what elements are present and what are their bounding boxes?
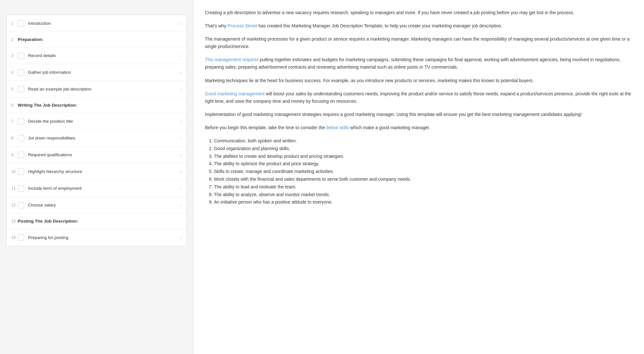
list-item-6: Work closely with the financial and sale… — [214, 176, 632, 183]
checklist: 1 Introduction › 2 Preparation: 3 Record… — [6, 15, 187, 246]
chevron-right-icon-10: › — [180, 169, 182, 174]
left-panel: 1 Introduction › 2 Preparation: 3 Record… — [0, 0, 193, 354]
section-title: Posting The Job Description: — [18, 219, 182, 224]
item-number-7: 7 — [11, 119, 18, 124]
list-item-5: Skills to create, manage and coordinate … — [214, 168, 632, 176]
paragraph-6: Good marketing management will boost you… — [205, 90, 632, 105]
chevron-right-icon-11: › — [180, 186, 182, 191]
checkbox-5[interactable] — [18, 86, 24, 92]
checklist-item-12[interactable]: 12 Choose salary › — [7, 197, 186, 214]
section-header-13: 13 Posting The Job Description: — [7, 214, 186, 229]
chevron-right-icon-4: › — [180, 70, 182, 75]
section-title: Preparation: — [18, 37, 182, 42]
item-number-3: 3 — [11, 53, 18, 58]
item-number-8: 8 — [11, 136, 18, 140]
checklist-item-4[interactable]: 4 Gather job information › — [7, 64, 186, 81]
item-number-5: 5 — [11, 87, 18, 91]
section-header-2: 2 Preparation: — [7, 32, 186, 47]
list-item-4: The ability to optimize the product and … — [214, 160, 632, 168]
checklist-item-8[interactable]: 8 Jot down responsibilities › — [7, 130, 186, 147]
section-header-6: 6 Writing The Job Description: — [7, 98, 186, 113]
link-below-skills[interactable]: below skills — [326, 125, 349, 130]
chevron-right-icon-3: › — [180, 53, 182, 58]
list-item-9: An initiative person who has a positive … — [214, 198, 632, 206]
item-label-11: Include term of employment — [28, 186, 180, 191]
checkbox-11[interactable] — [18, 185, 24, 192]
paragraph-5: Marketing techniques lie at the heart fo… — [205, 77, 632, 84]
chevron-right-icon-14: › — [180, 235, 182, 240]
item-label-3: Record details — [28, 53, 180, 58]
checkbox-10[interactable] — [18, 168, 24, 175]
list-item-7: The ability to lead and motivate the tea… — [214, 183, 632, 191]
paragraph-4: This management requires putting togethe… — [205, 56, 632, 71]
chevron-right-icon-5: › — [180, 87, 182, 92]
item-label-10: Highlight hierarchy structure — [28, 169, 180, 174]
checklist-item-10[interactable]: 10 Highlight hierarchy structure › — [7, 163, 186, 180]
item-number-14: 14 — [11, 235, 18, 240]
checkbox-8[interactable] — [18, 135, 24, 141]
link-process-street[interactable]: Process Street — [228, 23, 257, 28]
checkbox-14[interactable] — [18, 234, 24, 241]
skills-list: Communication, both spoken and written.G… — [214, 137, 632, 206]
item-number-12: 12 — [11, 203, 18, 207]
item-label-9: Required qualifications — [28, 152, 180, 157]
item-number: 6 — [11, 103, 18, 108]
checkbox-4[interactable] — [18, 69, 24, 76]
item-label-7: Decide the position title — [28, 119, 180, 124]
checkbox-1[interactable] — [18, 20, 24, 27]
item-label-5: Read an example job description — [28, 87, 180, 91]
checkbox-9[interactable] — [18, 152, 24, 158]
chevron-right-icon-9: › — [180, 152, 182, 158]
chevron-right-icon-7: › — [180, 119, 182, 124]
checklist-item-11[interactable]: 11 Include term of employment › — [7, 180, 186, 197]
chevron-right-icon-12: › — [180, 203, 182, 208]
item-number-9: 9 — [11, 153, 18, 157]
link-good-marketing-management[interactable]: Good marketing management — [205, 91, 264, 96]
checklist-item-3[interactable]: 3 Record details › — [7, 47, 186, 64]
checklist-item-5[interactable]: 5 Read an example job description › — [7, 81, 186, 98]
list-item-1: Communication, both spoken and written. — [214, 137, 632, 145]
checklist-item-1[interactable]: 1 Introduction › — [7, 15, 186, 32]
right-panel: Creating a job description to advertise … — [193, 0, 644, 354]
list-item-8: The ability to analyze, observe and moni… — [214, 191, 632, 199]
paragraph-2: That’s why Process Street has created th… — [205, 22, 632, 30]
list-item-2: Good organization and planning skills. — [214, 145, 632, 153]
chevron-right-icon-1: › — [180, 21, 182, 26]
item-label-12: Choose salary — [28, 203, 180, 207]
checklist-item-14[interactable]: 14 Preparing for posting › — [7, 229, 186, 246]
paragraph-3: The management of marketing processes fo… — [205, 35, 632, 50]
item-number-11: 11 — [11, 186, 18, 191]
item-number: 13 — [11, 219, 18, 224]
link-this-management-requires[interactable]: This management requires — [205, 57, 259, 62]
checkbox-7[interactable] — [18, 118, 24, 125]
item-label-14: Preparing for posting — [28, 235, 180, 240]
item-label-1: Introduction — [28, 21, 180, 26]
checklist-item-9[interactable]: 9 Required qualifications › — [7, 147, 186, 163]
checklist-item-7[interactable]: 7 Decide the position title › — [7, 113, 186, 130]
checkbox-3[interactable] — [18, 53, 24, 59]
section-title: Writing The Job Description: — [18, 103, 182, 108]
checkbox-12[interactable] — [18, 202, 24, 208]
chevron-right-icon-8: › — [180, 136, 182, 141]
item-number-1: 1 — [11, 21, 18, 26]
item-label-4: Gather job information — [28, 70, 180, 75]
item-number-4: 4 — [11, 70, 18, 75]
paragraph-1: Creating a job description to advertise … — [205, 9, 632, 16]
item-number-10: 10 — [11, 169, 18, 174]
list-item-3: The abilities to create and develop prod… — [214, 153, 632, 160]
paragraph-8: Before you begin this template, take the… — [205, 124, 632, 131]
item-number: 2 — [11, 37, 18, 42]
item-label-8: Jot down responsibilities — [28, 136, 180, 140]
paragraph-7: Implementation of good marketing managem… — [205, 111, 632, 118]
